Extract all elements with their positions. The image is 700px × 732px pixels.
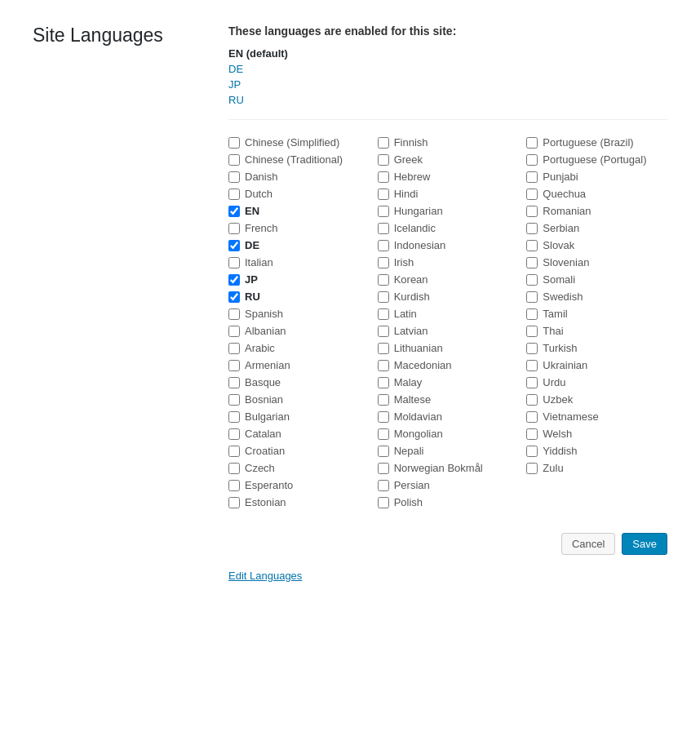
language-item[interactable]: Spanish <box>228 308 370 320</box>
language-label[interactable]: Welsh <box>543 428 572 440</box>
language-label[interactable]: Hungarian <box>394 205 443 217</box>
language-label[interactable]: JP <box>245 273 258 286</box>
language-label[interactable]: Somali <box>543 273 575 286</box>
language-item[interactable]: Latin <box>378 308 519 320</box>
language-item[interactable]: Maltese <box>378 393 519 406</box>
language-checkbox[interactable] <box>378 171 389 183</box>
language-item[interactable]: Norwegian Bokmål <box>378 462 519 474</box>
language-label[interactable]: Albanian <box>245 325 286 337</box>
language-item[interactable]: Zulu <box>526 462 667 474</box>
language-item[interactable]: Estonian <box>228 496 370 508</box>
language-checkbox[interactable] <box>228 154 240 166</box>
language-item[interactable]: DE <box>228 239 370 251</box>
language-label[interactable]: Finnish <box>394 136 428 149</box>
language-item[interactable]: Serbian <box>526 222 667 234</box>
language-checkbox[interactable] <box>378 189 389 200</box>
cancel-button[interactable]: Cancel <box>561 533 615 555</box>
language-checkbox[interactable] <box>526 360 538 371</box>
language-checkbox[interactable] <box>228 446 240 457</box>
language-label[interactable]: Quechua <box>543 188 586 200</box>
language-checkbox[interactable] <box>228 206 240 217</box>
language-item[interactable]: Bulgarian <box>228 410 370 423</box>
language-checkbox[interactable] <box>228 326 240 337</box>
language-item[interactable]: Portuguese (Brazil) <box>526 136 667 149</box>
language-item[interactable]: Indonesian <box>378 239 519 251</box>
language-item[interactable]: Esperanto <box>228 479 370 491</box>
language-checkbox[interactable] <box>526 137 538 149</box>
language-label[interactable]: DE <box>245 239 259 251</box>
language-checkbox[interactable] <box>526 411 538 423</box>
language-checkbox[interactable] <box>378 428 389 440</box>
language-label[interactable]: Latin <box>394 308 417 320</box>
language-item[interactable]: Nepali <box>378 445 519 457</box>
language-label[interactable]: Ukrainian <box>543 359 587 371</box>
language-label[interactable]: Slovenian <box>543 256 589 268</box>
language-item[interactable]: Croatian <box>228 445 370 457</box>
language-label[interactable]: Esperanto <box>245 479 293 491</box>
language-item[interactable]: Swedish <box>526 291 667 303</box>
language-label[interactable]: Spanish <box>245 308 283 320</box>
language-label[interactable]: Greek <box>394 153 423 166</box>
language-checkbox[interactable] <box>378 343 389 354</box>
language-checkbox[interactable] <box>228 240 240 251</box>
language-label[interactable]: Hebrew <box>394 171 431 183</box>
language-label[interactable]: Danish <box>245 171 277 183</box>
language-item[interactable]: Uzbek <box>526 393 667 406</box>
language-item[interactable]: Danish <box>228 171 370 183</box>
language-checkbox[interactable] <box>378 377 389 388</box>
language-checkbox[interactable] <box>526 446 538 457</box>
language-checkbox[interactable] <box>228 343 240 354</box>
language-checkbox[interactable] <box>378 291 389 303</box>
language-checkbox[interactable] <box>228 360 240 371</box>
language-label[interactable]: Swedish <box>543 291 583 303</box>
language-label[interactable]: Yiddish <box>543 445 577 457</box>
language-label[interactable]: Nepali <box>394 445 424 457</box>
language-label[interactable]: Portuguese (Brazil) <box>543 136 633 149</box>
language-checkbox[interactable] <box>526 394 538 406</box>
language-item[interactable]: Hungarian <box>378 205 519 217</box>
language-checkbox[interactable] <box>526 326 538 337</box>
language-checkbox[interactable] <box>526 463 538 474</box>
language-item[interactable]: Arabic <box>228 342 370 354</box>
save-button[interactable]: Save <box>622 533 667 555</box>
language-item[interactable]: Portuguese (Portugal) <box>526 153 667 166</box>
language-checkbox[interactable] <box>526 154 538 166</box>
language-item[interactable]: Icelandic <box>378 222 519 234</box>
language-label[interactable]: Icelandic <box>394 222 436 234</box>
language-checkbox[interactable] <box>228 291 240 303</box>
language-checkbox[interactable] <box>378 497 389 508</box>
language-checkbox[interactable] <box>526 223 538 234</box>
language-checkbox[interactable] <box>378 326 389 337</box>
language-checkbox[interactable] <box>228 137 240 149</box>
language-label[interactable]: Czech <box>245 462 275 474</box>
language-label[interactable]: Zulu <box>543 462 563 474</box>
language-checkbox[interactable] <box>378 240 389 251</box>
language-label[interactable]: Indonesian <box>394 239 446 251</box>
edit-languages-link[interactable]: Edit Languages <box>228 570 302 582</box>
language-item[interactable]: Punjabi <box>526 171 667 183</box>
language-item[interactable]: Albanian <box>228 325 370 337</box>
language-item[interactable]: Catalan <box>228 428 370 440</box>
language-item[interactable]: JP <box>228 273 370 286</box>
language-label[interactable]: Armenian <box>245 359 290 371</box>
language-checkbox[interactable] <box>526 171 538 183</box>
language-checkbox[interactable] <box>526 189 538 200</box>
language-label[interactable]: Polish <box>394 496 423 508</box>
language-item[interactable]: Malay <box>378 376 519 388</box>
language-checkbox[interactable] <box>378 223 389 234</box>
language-checkbox[interactable] <box>228 428 240 440</box>
language-item[interactable]: Quechua <box>526 188 667 200</box>
language-label[interactable]: Dutch <box>245 188 272 200</box>
language-item[interactable]: Welsh <box>526 428 667 440</box>
language-checkbox[interactable] <box>378 274 389 286</box>
language-checkbox[interactable] <box>228 189 240 200</box>
language-label[interactable]: Turkish <box>543 342 577 354</box>
language-item[interactable]: Bosnian <box>228 393 370 406</box>
language-checkbox[interactable] <box>526 274 538 286</box>
language-item[interactable]: Somali <box>526 273 667 286</box>
language-checkbox[interactable] <box>228 497 240 508</box>
language-label[interactable]: Portuguese (Portugal) <box>543 153 646 166</box>
language-item[interactable]: Hebrew <box>378 171 519 183</box>
language-item[interactable]: Macedonian <box>378 359 519 371</box>
language-label[interactable]: Arabic <box>245 342 275 354</box>
